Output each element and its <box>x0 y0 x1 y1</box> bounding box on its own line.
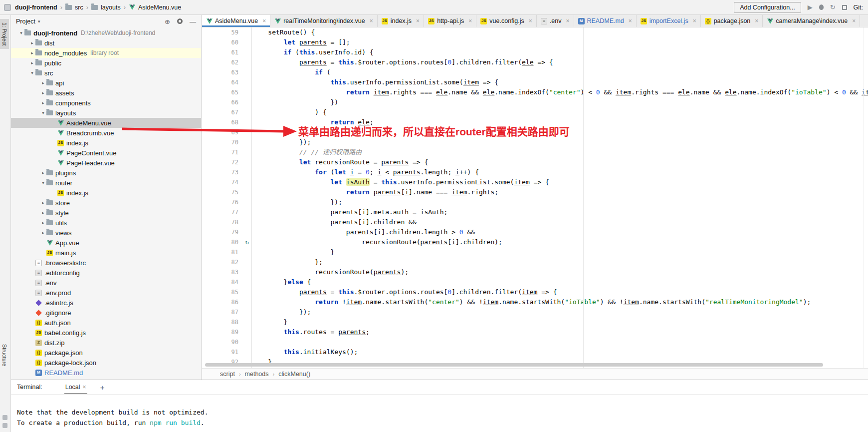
tree-item-index.js[interactable]: JSindex.js <box>11 138 201 148</box>
close-tab-icon[interactable]: × <box>693 17 696 24</box>
close-tab-icon[interactable]: × <box>755 17 758 24</box>
close-tab-icon[interactable]: × <box>529 17 532 24</box>
close-tab-icon[interactable]: × <box>468 17 472 24</box>
breadcrumb-script[interactable]: script <box>220 371 235 378</box>
line-number[interactable]: 79 <box>202 227 251 237</box>
tree-item-package.json[interactable]: {}package.json <box>11 348 201 358</box>
tree-item-README.md[interactable]: MREADME.md <box>11 368 201 378</box>
code-line[interactable]: let recursionRoute = parents => { <box>252 157 868 167</box>
tree-item-utils[interactable]: ▸utils <box>11 218 201 228</box>
code-line[interactable]: } <box>252 127 868 137</box>
tree-item-PageHeader.vue[interactable]: PageHeader.vue <box>11 158 201 168</box>
close-tab-icon[interactable]: × <box>370 17 373 24</box>
line-number[interactable]: 85 <box>202 287 251 297</box>
chevron-collapsed-icon[interactable]: ▸ <box>40 220 46 225</box>
code-line[interactable]: // // 递归权限路由 <box>252 147 868 157</box>
tree-item-.editorconfig[interactable]: ≡.editorconfig <box>11 268 201 278</box>
vertical-scrollbar[interactable] <box>863 27 868 368</box>
code-line[interactable]: this.initialKeys(); <box>252 347 868 357</box>
tree-item-components[interactable]: ▸components <box>11 98 201 108</box>
hide-panel-icon[interactable]: — <box>190 18 196 25</box>
chevron-collapsed-icon[interactable]: ▸ <box>29 50 35 55</box>
tree-item-plugins[interactable]: ▸plugins <box>11 168 201 178</box>
code-line[interactable]: }) <box>252 97 868 107</box>
code-line[interactable]: parents[i].children.length > 0 && <box>252 227 868 237</box>
tree-item-public[interactable]: ▸public <box>11 58 201 68</box>
chevron-down-icon[interactable]: ▾ <box>38 19 40 24</box>
code-line[interactable]: return ele; <box>252 117 868 127</box>
code-line[interactable]: parents = this.$router.options.routes[0]… <box>252 287 868 297</box>
tree-item-.eslintrc.js[interactable]: .eslintrc.js <box>11 298 201 308</box>
code-line[interactable]: this.userInfo.permissionList.some(item =… <box>252 77 868 87</box>
tab-README.md[interactable]: MREADME.md× <box>574 15 637 27</box>
tab-.env[interactable]: ≡.env× <box>537 15 574 27</box>
breadcrumb-methods[interactable]: methods <box>245 371 269 378</box>
line-number[interactable]: 91 <box>202 347 251 357</box>
chevron-collapsed-icon[interactable]: ▸ <box>40 230 46 235</box>
line-number[interactable]: 86 <box>202 297 251 307</box>
code-line[interactable]: } <box>252 247 868 257</box>
tab-cameraManage\index.vue[interactable]: cameraManage\index.vue× <box>763 15 860 27</box>
tree-item-node_modules[interactable]: ▸node_moduleslibrary root <box>11 48 201 58</box>
code-line[interactable]: return item.rights === ele.name && ele.n… <box>252 87 868 97</box>
line-number[interactable]: 72 <box>202 157 251 167</box>
code-line[interactable]: return parents[i].name === item.rights; <box>252 187 868 197</box>
chevron-expanded-icon[interactable]: ▾ <box>18 30 24 35</box>
tree-item-AsideMenu.vue[interactable]: AsideMenu.vue <box>11 118 201 128</box>
line-number[interactable]: 70 <box>202 137 251 147</box>
breadcrumb-file[interactable]: AsideMenu.vue <box>138 4 181 11</box>
code-line[interactable]: parents[i].meta.auth = isAuth; <box>252 207 868 217</box>
code-line[interactable]: }); <box>252 197 868 207</box>
code-area[interactable]: setRoute() { let parents = []; if (this.… <box>252 27 868 368</box>
tree-item-router[interactable]: ▾router <box>11 178 201 188</box>
line-number[interactable]: 74 <box>202 177 251 187</box>
code-line[interactable]: } <box>252 317 868 327</box>
line-number[interactable]: 81 <box>202 247 251 257</box>
tree-item-.gitignore[interactable]: .gitignore <box>11 308 201 318</box>
line-number[interactable]: 87 <box>202 307 251 317</box>
app-icon[interactable] <box>4 4 11 11</box>
code-line[interactable]: setRoute() { <box>252 27 868 37</box>
tree-item-dist[interactable]: ▸dist <box>11 38 201 48</box>
code-line[interactable]: this.routes = parents; <box>252 327 868 337</box>
add-configuration-button[interactable]: Add Configuration... <box>734 2 801 13</box>
line-number[interactable]: 61 <box>202 47 251 57</box>
structure-stripe-button[interactable]: Structure <box>0 341 9 370</box>
line-number[interactable]: 67 <box>202 107 251 117</box>
line-number[interactable]: 63 <box>202 67 251 77</box>
horizontal-scrollbar[interactable] <box>205 363 823 367</box>
code-line[interactable]: if ( <box>252 67 868 77</box>
tree-item-src[interactable]: ▾src <box>11 68 201 78</box>
chevron-collapsed-icon[interactable]: ▸ <box>40 80 46 85</box>
close-tab-icon[interactable]: × <box>416 17 420 24</box>
line-number[interactable]: 64 <box>202 77 251 87</box>
tab-importExcel.js[interactable]: JSimportExcel.js× <box>637 15 701 27</box>
chevron-expanded-icon[interactable]: ▾ <box>40 180 46 185</box>
code-line[interactable] <box>252 337 868 347</box>
breadcrumb-project[interactable]: duoji-frontend <box>15 4 57 11</box>
tree-item-layouts[interactable]: ▾layouts <box>11 108 201 118</box>
tree-item-.browserslistrc[interactable]: ≡.browserslistrc <box>11 258 201 268</box>
chevron-collapsed-icon[interactable]: ▸ <box>40 100 46 105</box>
breadcrumb-src[interactable]: src <box>75 4 83 11</box>
line-number[interactable]: 82 <box>202 257 251 267</box>
new-terminal-session-icon[interactable]: + <box>100 383 105 392</box>
line-number[interactable]: 89 <box>202 327 251 337</box>
line-number[interactable]: 73 <box>202 167 251 177</box>
chevron-collapsed-icon[interactable]: ▸ <box>29 60 35 65</box>
line-number[interactable]: 88 <box>202 317 251 327</box>
line-number[interactable]: 69 <box>202 127 251 137</box>
chevron-collapsed-icon[interactable]: ▸ <box>40 170 46 175</box>
tree-item-dist.zip[interactable]: Zdist.zip <box>11 338 201 348</box>
line-number[interactable]: 60 <box>202 37 251 47</box>
breadcrumb-layouts[interactable]: layouts <box>101 4 121 11</box>
chevron-expanded-icon[interactable]: ▾ <box>40 110 46 115</box>
chevron-collapsed-icon[interactable]: ▸ <box>40 210 46 215</box>
code-line[interactable]: recursionRoute(parents); <box>252 267 868 277</box>
tree-item-Breadcrumb.vue[interactable]: Breadcrumb.vue <box>11 128 201 138</box>
line-number[interactable]: 83 <box>202 267 251 277</box>
tree-item-index.js[interactable]: JSindex.js <box>11 188 201 198</box>
code-line[interactable]: }; <box>252 257 868 267</box>
update-project-icon[interactable]: ↻ <box>830 4 836 10</box>
tree-item-assets[interactable]: ▸assets <box>11 88 201 98</box>
